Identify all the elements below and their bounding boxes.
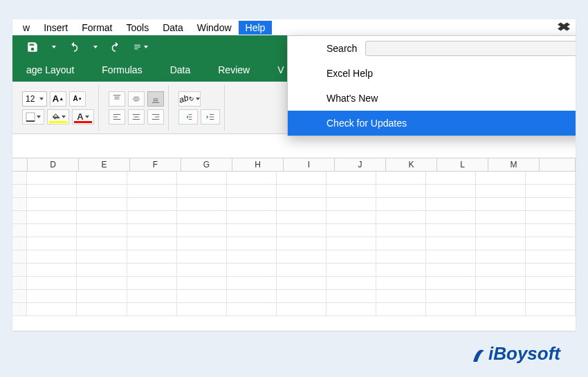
cell[interactable] bbox=[277, 224, 327, 237]
cell[interactable] bbox=[476, 198, 526, 210]
col-header[interactable]: H bbox=[232, 158, 284, 171]
cell[interactable] bbox=[177, 290, 227, 302]
tab-page-layout[interactable]: age Layout bbox=[12, 58, 88, 82]
help-item-excel-help[interactable]: Excel Help bbox=[288, 61, 576, 86]
cell[interactable] bbox=[177, 250, 227, 263]
help-search-input[interactable] bbox=[365, 41, 576, 56]
cell[interactable] bbox=[426, 198, 476, 210]
menu-format[interactable]: Format bbox=[75, 21, 119, 35]
cell[interactable] bbox=[27, 290, 77, 302]
cell[interactable] bbox=[77, 264, 127, 276]
cell[interactable] bbox=[327, 211, 376, 223]
cell[interactable] bbox=[327, 224, 376, 237]
menu-tools[interactable]: Tools bbox=[119, 21, 156, 35]
cell[interactable] bbox=[476, 250, 526, 263]
cell[interactable] bbox=[476, 303, 526, 315]
cell[interactable] bbox=[27, 172, 77, 184]
cell[interactable] bbox=[277, 211, 327, 223]
cell[interactable] bbox=[177, 198, 227, 210]
cell[interactable] bbox=[426, 250, 476, 263]
cell[interactable] bbox=[526, 185, 576, 197]
cell[interactable] bbox=[327, 290, 376, 302]
cell[interactable] bbox=[77, 198, 127, 210]
cell[interactable] bbox=[127, 264, 177, 276]
cell[interactable] bbox=[526, 198, 576, 210]
redo-button[interactable] bbox=[108, 39, 123, 55]
cell[interactable] bbox=[327, 185, 376, 197]
cell[interactable] bbox=[27, 237, 77, 250]
cell[interactable] bbox=[227, 264, 277, 276]
undo-button[interactable] bbox=[66, 39, 82, 55]
cell[interactable] bbox=[277, 198, 327, 210]
cell[interactable] bbox=[376, 172, 426, 184]
cell[interactable] bbox=[227, 303, 277, 315]
menu-data[interactable]: Data bbox=[156, 21, 190, 35]
cell[interactable] bbox=[77, 277, 127, 289]
fill-color-button[interactable] bbox=[47, 109, 69, 125]
cell[interactable] bbox=[227, 172, 277, 184]
align-middle-button[interactable] bbox=[128, 91, 145, 107]
cell[interactable] bbox=[27, 224, 77, 237]
cell[interactable] bbox=[526, 172, 576, 184]
cell[interactable] bbox=[376, 237, 426, 250]
cell[interactable] bbox=[127, 303, 177, 315]
cell[interactable] bbox=[27, 250, 77, 263]
cell[interactable] bbox=[476, 264, 526, 276]
cell[interactable] bbox=[227, 237, 277, 250]
cell[interactable] bbox=[77, 185, 127, 197]
cell[interactable] bbox=[426, 303, 476, 315]
cell[interactable] bbox=[327, 264, 376, 276]
cell[interactable] bbox=[426, 224, 476, 237]
cell[interactable] bbox=[526, 290, 576, 302]
cell[interactable] bbox=[426, 211, 476, 223]
cell[interactable] bbox=[227, 290, 277, 302]
cell[interactable] bbox=[376, 303, 426, 315]
cell[interactable] bbox=[77, 303, 127, 315]
cell[interactable] bbox=[177, 277, 227, 289]
cell[interactable] bbox=[526, 237, 576, 250]
cell[interactable] bbox=[476, 237, 526, 250]
cell[interactable] bbox=[376, 198, 426, 210]
cell[interactable] bbox=[476, 211, 526, 223]
cell[interactable] bbox=[476, 172, 526, 184]
cell[interactable] bbox=[327, 303, 376, 315]
borders-button[interactable] bbox=[22, 109, 44, 125]
align-center-button[interactable] bbox=[128, 109, 145, 125]
shrink-font-button[interactable]: A▼ bbox=[69, 91, 86, 107]
customize-qat-icon[interactable] bbox=[133, 39, 148, 55]
cell[interactable] bbox=[127, 277, 177, 289]
cell[interactable] bbox=[127, 290, 177, 302]
cell[interactable] bbox=[526, 277, 576, 289]
font-size-input[interactable]: 12 bbox=[22, 91, 47, 107]
menu-view-partial[interactable]: w bbox=[16, 21, 37, 35]
cell[interactable] bbox=[277, 185, 327, 197]
save-button[interactable] bbox=[25, 39, 40, 55]
col-header[interactable]: L bbox=[437, 158, 488, 171]
cell[interactable] bbox=[127, 211, 177, 223]
cell[interactable] bbox=[127, 224, 177, 237]
help-item-whats-new[interactable]: What's New bbox=[288, 86, 576, 111]
cell[interactable] bbox=[277, 237, 327, 250]
cell[interactable] bbox=[526, 264, 576, 276]
tab-review[interactable]: Review bbox=[204, 58, 264, 82]
cell[interactable] bbox=[77, 290, 127, 302]
col-header[interactable]: F bbox=[130, 158, 181, 171]
grid[interactable] bbox=[12, 172, 576, 316]
cell[interactable] bbox=[27, 185, 77, 197]
cell[interactable] bbox=[227, 224, 277, 237]
cell[interactable] bbox=[127, 198, 177, 210]
menu-window[interactable]: Window bbox=[190, 21, 239, 35]
increase-indent-button[interactable] bbox=[201, 109, 220, 125]
col-header[interactable]: I bbox=[284, 158, 335, 171]
cell[interactable] bbox=[277, 303, 327, 315]
col-header[interactable]: E bbox=[79, 158, 130, 171]
cell[interactable] bbox=[376, 264, 426, 276]
cell[interactable] bbox=[376, 211, 426, 223]
col-header[interactable]: J bbox=[335, 158, 386, 171]
spreadsheet[interactable]: D E F G H I J K L M bbox=[12, 134, 576, 331]
cell[interactable] bbox=[177, 211, 227, 223]
cell[interactable] bbox=[426, 264, 476, 276]
col-header[interactable]: D bbox=[28, 158, 79, 171]
cell[interactable] bbox=[27, 211, 77, 223]
cell[interactable] bbox=[526, 303, 576, 315]
